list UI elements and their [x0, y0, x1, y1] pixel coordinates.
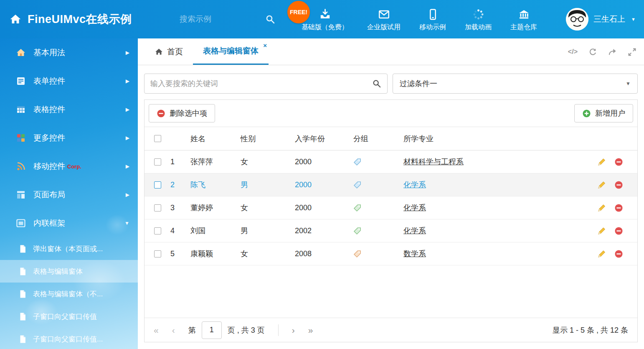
- sidebar-item-form-controls[interactable]: 表单控件 ▶: [0, 67, 138, 95]
- next-page-button[interactable]: ›: [292, 325, 295, 335]
- column-header-gender[interactable]: 性别: [241, 134, 295, 144]
- table-row[interactable]: 1 张萍萍 女 2000 材料科学与工程系: [145, 150, 637, 173]
- edit-icon[interactable]: [597, 204, 606, 212]
- edit-icon[interactable]: [597, 158, 606, 166]
- share-arrow-icon[interactable]: [608, 48, 617, 56]
- page-jump: 第 页 , 共 3 页: [188, 321, 265, 339]
- grid-toolbar: 删除选中项 新增用户: [145, 100, 637, 127]
- tab-home[interactable]: 首页: [145, 38, 193, 65]
- sidebar-item-label: 基本用法: [33, 47, 65, 58]
- delete-icon: [157, 109, 165, 118]
- major-link[interactable]: 化学系: [403, 181, 426, 189]
- tab-content: 过滤条件一 ▼ 删除选中项 新增用: [138, 65, 644, 349]
- keyword-search: [144, 74, 388, 94]
- row-checkbox[interactable]: [154, 181, 161, 189]
- select-all-checkbox[interactable]: [154, 135, 161, 142]
- corp-badge: Corp.: [67, 163, 81, 170]
- delete-selected-button[interactable]: 删除选中项: [149, 104, 215, 122]
- home-icon[interactable]: [9, 13, 22, 25]
- filter-dropdown-value: 过滤条件一: [400, 79, 437, 89]
- avatar: [566, 8, 588, 31]
- nav-item-theme-repo[interactable]: 主题仓库: [510, 7, 537, 32]
- source-code-icon[interactable]: </>: [568, 48, 578, 56]
- row-checkbox[interactable]: [154, 158, 161, 166]
- cell-name: 董婷婷: [186, 203, 241, 213]
- row-number: 4: [170, 227, 186, 235]
- sidebar-item-grid-controls[interactable]: 表格控件 ▶: [0, 95, 138, 124]
- nav-item-enterprise-trial[interactable]: 企业版试用: [367, 7, 401, 32]
- cell-gender: 男: [241, 226, 295, 236]
- cell-gender: 女: [241, 249, 295, 259]
- sidebar-item-label: 表单控件: [33, 76, 65, 87]
- sidebar-subitem-child-to-parent[interactable]: 子窗口向父窗口传值: [0, 305, 138, 328]
- brand: FineUIMvc在线示例: [0, 12, 138, 27]
- page-number-input[interactable]: [202, 321, 222, 339]
- sidebar-item-basic-usage[interactable]: 基本用法 ▶: [0, 38, 138, 67]
- row-number: 1: [170, 158, 186, 166]
- sidebar-item-mobile-controls[interactable]: 移动控件 Corp. ▶: [0, 152, 138, 181]
- nav-item-mobile-demo[interactable]: 移动示例: [419, 7, 446, 32]
- major-link[interactable]: 材料科学与工程系: [403, 158, 464, 166]
- table-row[interactable]: 2 陈飞 男 2000 化学系: [145, 173, 637, 196]
- sidebar-subitem-child-to-parent-2[interactable]: 子窗口向父窗口传值...: [0, 328, 138, 349]
- sidebar-subitem-label: 表格与编辑窗体（不...: [33, 289, 103, 299]
- column-header-year[interactable]: 入学年份: [295, 134, 353, 144]
- edit-icon[interactable]: [597, 181, 606, 189]
- nav-item-label: 企业版试用: [367, 23, 401, 32]
- delete-row-icon[interactable]: [614, 181, 623, 189]
- home-icon: [155, 48, 163, 56]
- tab-label: 表格与编辑窗体: [203, 46, 259, 56]
- tab-grid-edit-window[interactable]: 表格与编辑窗体 ×: [193, 38, 269, 65]
- cell-name: 康颖颖: [186, 249, 241, 259]
- edit-icon[interactable]: [597, 227, 606, 235]
- delete-row-icon[interactable]: [614, 227, 623, 235]
- blocks-icon: [16, 133, 27, 143]
- filter-dropdown[interactable]: 过滤条件一 ▼: [393, 74, 638, 94]
- row-checkbox[interactable]: [154, 204, 161, 211]
- search-icon[interactable]: [265, 14, 275, 24]
- table-row[interactable]: 5 康颖颖 女 2008 数学系: [145, 242, 637, 265]
- sidebar-subitem-label: 子窗口向父窗口传值...: [33, 334, 103, 344]
- row-number: 3: [170, 204, 186, 212]
- sidebar-item-label: 表格控件: [33, 104, 65, 115]
- delete-row-icon[interactable]: [614, 204, 623, 212]
- add-user-button[interactable]: 新增用户: [574, 104, 633, 122]
- file-icon: [19, 267, 27, 276]
- column-header-name[interactable]: 姓名: [186, 134, 241, 144]
- delete-row-icon[interactable]: [614, 250, 623, 258]
- table-row[interactable]: 4 刘国 男 2002 化学系: [145, 219, 637, 242]
- column-header-group[interactable]: 分组: [353, 134, 403, 144]
- nav-item-loading-animation[interactable]: 加载动画: [465, 7, 492, 32]
- major-link[interactable]: 化学系: [403, 227, 426, 235]
- delete-row-icon[interactable]: [614, 158, 623, 166]
- first-page-button[interactable]: «: [154, 325, 159, 335]
- keyword-search-input[interactable]: [150, 79, 372, 88]
- layout-icon: [16, 190, 27, 200]
- row-checkbox[interactable]: [154, 250, 161, 257]
- close-icon[interactable]: ×: [263, 42, 267, 48]
- sidebar-item-more-controls[interactable]: 更多控件 ▶: [0, 124, 138, 152]
- edit-icon[interactable]: [597, 250, 606, 258]
- column-header-major[interactable]: 所学专业: [403, 134, 587, 144]
- refresh-icon[interactable]: [588, 48, 597, 56]
- sidebar-item-label: 更多控件: [33, 132, 65, 143]
- mobile-icon: [427, 9, 439, 20]
- last-page-button[interactable]: »: [308, 325, 313, 335]
- table-row[interactable]: 3 董婷婷 女 2000 化学系: [145, 196, 637, 219]
- tab-label: 首页: [167, 46, 183, 57]
- sidebar-subitem-grid-edit-window[interactable]: 表格与编辑窗体: [0, 260, 138, 283]
- tab-bar: 首页 表格与编辑窗体 × </>: [138, 38, 644, 65]
- header-search-input[interactable]: [180, 15, 242, 24]
- search-icon[interactable]: [372, 79, 381, 88]
- nav-item-label: 加载动画: [465, 23, 492, 32]
- sidebar-item-page-layout[interactable]: 页面布局 ▶: [0, 181, 138, 209]
- sidebar-subitem-popup-window[interactable]: 弹出窗体（本页面或...: [0, 237, 138, 260]
- expand-icon[interactable]: [628, 48, 636, 56]
- user-menu[interactable]: 三生石上 ▼: [566, 0, 636, 38]
- row-checkbox[interactable]: [154, 227, 161, 234]
- sidebar-item-iframe[interactable]: 内联框架 ▼: [0, 209, 138, 237]
- major-link[interactable]: 化学系: [403, 204, 426, 212]
- prev-page-button[interactable]: ‹: [172, 325, 175, 335]
- major-link[interactable]: 数学系: [403, 250, 426, 258]
- sidebar-subitem-grid-edit-window-2[interactable]: 表格与编辑窗体（不...: [0, 283, 138, 305]
